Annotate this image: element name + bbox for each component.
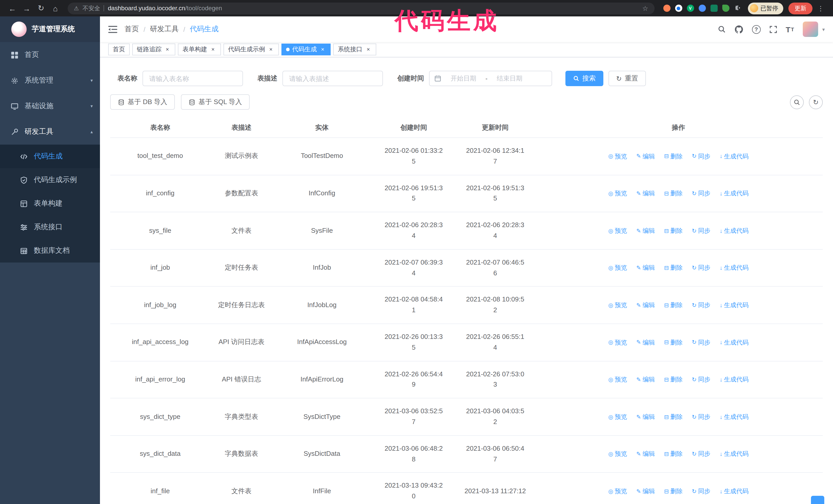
refresh-table-button[interactable]: ↻ — [809, 95, 823, 109]
sidebar-item-codegen-example[interactable]: 代码生成示例 — [0, 168, 100, 192]
delete-link[interactable]: ⊟删除 — [664, 338, 683, 347]
browser-update-button[interactable]: 更新 — [788, 2, 812, 14]
delete-link[interactable]: ⊟删除 — [664, 486, 683, 496]
address-bar[interactable]: ⚠ 不安全 dashboard.yudao.iocoder.cn/tool/co… — [68, 2, 654, 14]
edit-link[interactable]: ✎编辑 — [636, 449, 654, 459]
tab-codegen-example[interactable]: 代码生成示例 × — [223, 44, 279, 55]
forward-icon[interactable]: → — [21, 2, 33, 14]
close-icon[interactable]: × — [268, 46, 274, 53]
edit-link[interactable]: ✎编辑 — [636, 301, 654, 310]
preview-link[interactable]: ◎预览 — [608, 226, 627, 236]
close-icon[interactable]: × — [365, 46, 372, 53]
delete-link[interactable]: ⊟删除 — [664, 449, 683, 459]
tab-system-api[interactable]: 系统接口 × — [333, 44, 376, 55]
font-size-icon[interactable]: TT — [786, 25, 794, 33]
delete-link[interactable]: ⊟删除 — [664, 226, 683, 236]
preview-link[interactable]: ◎预览 — [608, 375, 627, 385]
sync-link[interactable]: ↻同步 — [692, 375, 710, 385]
preview-link[interactable]: ◎预览 — [608, 338, 627, 347]
generate-code-link[interactable]: ↓生成代码 — [720, 263, 749, 273]
edit-link[interactable]: ✎编辑 — [636, 151, 654, 161]
hamburger-icon[interactable] — [108, 25, 117, 33]
table-name-input[interactable] — [143, 71, 243, 86]
sync-link[interactable]: ↻同步 — [692, 449, 710, 459]
extension-icon-drop[interactable] — [675, 5, 682, 12]
generate-code-link[interactable]: ↓生成代码 — [720, 486, 749, 496]
import-db-button[interactable]: 基于 DB 导入 — [110, 94, 175, 110]
preview-link[interactable]: ◎预览 — [608, 449, 627, 459]
delete-link[interactable]: ⊟删除 — [664, 151, 683, 161]
edit-link[interactable]: ✎编辑 — [636, 375, 654, 385]
delete-link[interactable]: ⊟删除 — [664, 412, 683, 422]
delete-link[interactable]: ⊟删除 — [664, 301, 683, 310]
edit-link[interactable]: ✎编辑 — [636, 226, 654, 236]
end-date-input[interactable] — [490, 75, 529, 82]
home-icon[interactable]: ⌂ — [49, 2, 62, 14]
preview-link[interactable]: ◎预览 — [608, 151, 627, 161]
generate-code-link[interactable]: ↓生成代码 — [720, 151, 749, 161]
delete-link[interactable]: ⊟删除 — [664, 263, 683, 273]
bookmark-star-icon[interactable]: ☆ — [642, 4, 648, 12]
extension-icon-teal[interactable] — [710, 5, 717, 12]
back-icon[interactable]: ← — [6, 2, 19, 14]
extension-icon-people[interactable] — [698, 5, 706, 12]
generate-code-link[interactable]: ↓生成代码 — [720, 226, 749, 236]
help-icon[interactable]: ? — [752, 25, 760, 33]
reset-button[interactable]: ↻ 重置 — [609, 71, 646, 86]
sync-link[interactable]: ↻同步 — [692, 263, 710, 273]
breadcrumb-home[interactable]: 首页 — [124, 25, 139, 34]
sidebar-item-devtools[interactable]: 研发工具 ▴ — [0, 119, 100, 145]
profile-chip[interactable]: 已暂停 — [748, 2, 783, 14]
github-icon[interactable] — [734, 25, 743, 33]
sidebar-item-system-api[interactable]: 系统接口 — [0, 215, 100, 239]
floating-button[interactable] — [811, 496, 824, 504]
sidebar-item-form-builder[interactable]: 表单构建 — [0, 192, 100, 215]
preview-link[interactable]: ◎预览 — [608, 189, 627, 198]
delete-link[interactable]: ⊟删除 — [664, 189, 683, 198]
sidebar-item-home[interactable]: 首页 — [0, 42, 100, 68]
start-date-input[interactable] — [444, 75, 483, 82]
breadcrumb-devtools[interactable]: 研发工具 — [150, 25, 178, 34]
table-desc-input[interactable] — [282, 71, 383, 86]
edit-link[interactable]: ✎编辑 — [636, 338, 654, 347]
sync-link[interactable]: ↻同步 — [692, 151, 710, 161]
extension-icon-orange[interactable] — [663, 5, 670, 12]
security-label[interactable]: 不安全 — [82, 4, 100, 12]
extensions-puzzle-icon[interactable] — [734, 5, 741, 12]
tab-home[interactable]: 首页 — [108, 44, 130, 55]
close-icon[interactable]: × — [164, 46, 171, 53]
edit-link[interactable]: ✎编辑 — [636, 263, 654, 273]
chevron-down-icon[interactable]: ▾ — [822, 26, 825, 32]
tab-form-builder[interactable]: 表单构建 × — [178, 44, 221, 55]
sync-link[interactable]: ↻同步 — [692, 412, 710, 422]
sync-link[interactable]: ↻同步 — [692, 189, 710, 198]
app-logo[interactable]: 芋道管理系统 — [0, 17, 100, 42]
sync-link[interactable]: ↻同步 — [692, 226, 710, 236]
extension-icon-green-v[interactable]: V — [687, 5, 694, 12]
preview-link[interactable]: ◎预览 — [608, 263, 627, 273]
preview-link[interactable]: ◎预览 — [608, 412, 627, 422]
close-icon[interactable]: × — [319, 46, 326, 53]
generate-code-link[interactable]: ↓生成代码 — [720, 189, 749, 198]
search-icon[interactable] — [717, 25, 725, 33]
generate-code-link[interactable]: ↓生成代码 — [720, 449, 749, 459]
delete-link[interactable]: ⊟删除 — [664, 375, 683, 385]
sync-link[interactable]: ↻同步 — [692, 486, 710, 496]
search-button[interactable]: 搜索 — [565, 71, 603, 86]
toggle-search-button[interactable] — [790, 95, 804, 109]
sidebar-item-codegen[interactable]: 代码生成 — [0, 145, 100, 168]
sidebar-item-system-mgmt[interactable]: 系统管理 ▾ — [0, 68, 100, 93]
edit-link[interactable]: ✎编辑 — [636, 189, 654, 198]
sidebar-item-infrastructure[interactable]: 基础设施 ▾ — [0, 93, 100, 119]
tab-link-tracing[interactable]: 链路追踪 × — [132, 44, 175, 55]
user-avatar[interactable] — [803, 22, 818, 37]
generate-code-link[interactable]: ↓生成代码 — [720, 412, 749, 422]
preview-link[interactable]: ◎预览 — [608, 486, 627, 496]
generate-code-link[interactable]: ↓生成代码 — [720, 375, 749, 385]
sync-link[interactable]: ↻同步 — [692, 338, 710, 347]
browser-menu-icon[interactable]: ⋮ — [814, 2, 827, 14]
import-sql-button[interactable]: 基于 SQL 导入 — [181, 94, 250, 110]
generate-code-link[interactable]: ↓生成代码 — [720, 338, 749, 347]
extension-icon-leaf[interactable] — [722, 5, 729, 12]
preview-link[interactable]: ◎预览 — [608, 301, 627, 310]
